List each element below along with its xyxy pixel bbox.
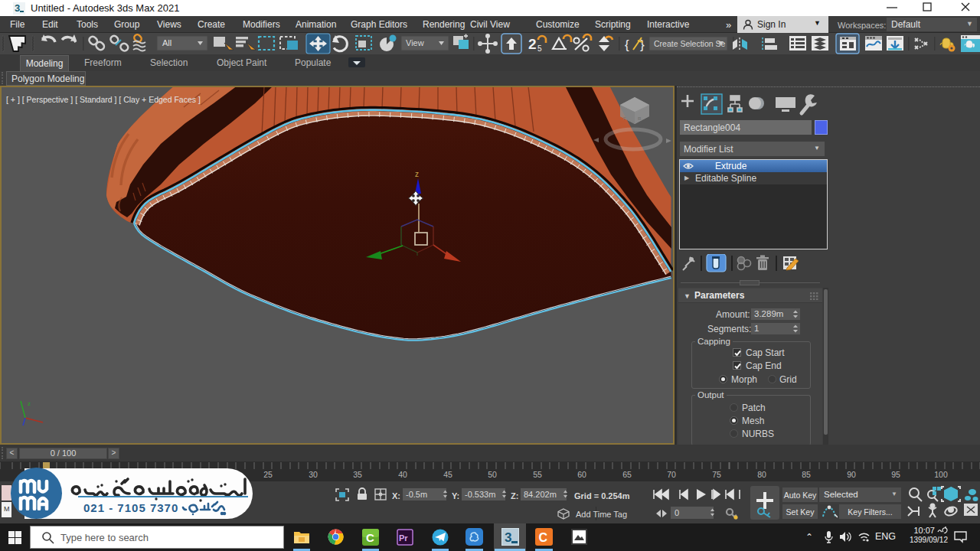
svg-text:z: z bbox=[415, 170, 419, 178]
svg-text:3: 3 bbox=[505, 530, 511, 545]
svg-text:Create Selection Se: Create Selection Se bbox=[654, 39, 726, 48]
svg-text:5: 5 bbox=[537, 44, 542, 53]
svg-text:View: View bbox=[406, 38, 424, 47]
svg-text:Pr: Pr bbox=[399, 533, 408, 543]
svg-text:F..: F.. bbox=[623, 116, 629, 121]
svg-text:All: All bbox=[162, 38, 172, 47]
svg-text:C: C bbox=[539, 531, 548, 544]
svg-text:2: 2 bbox=[528, 36, 537, 52]
svg-text:3: 3 bbox=[15, 2, 20, 14]
svg-text:R..: R.. bbox=[638, 116, 644, 121]
svg-text:z: z bbox=[28, 400, 31, 407]
svg-text:C: C bbox=[366, 531, 374, 544]
svg-text:{: { bbox=[625, 37, 629, 52]
